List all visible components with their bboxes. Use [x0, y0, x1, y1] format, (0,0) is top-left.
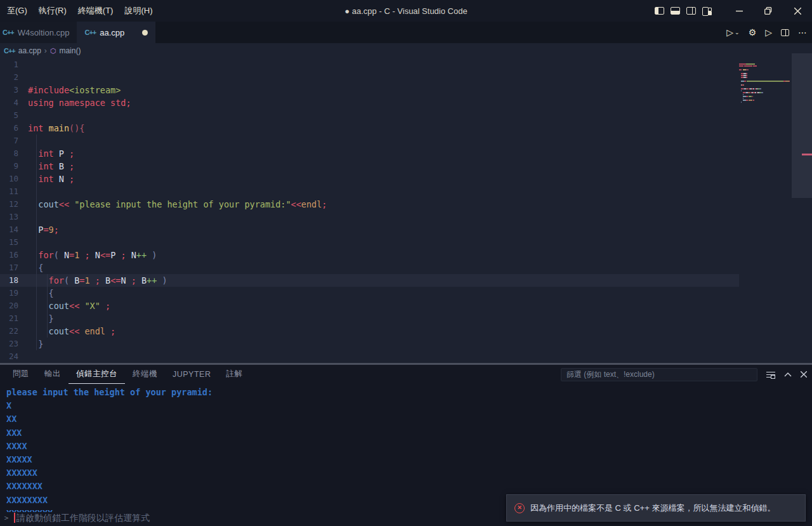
- line-number[interactable]: 3: [0, 84, 28, 96]
- toggle-secondary-sidebar-icon[interactable]: [686, 7, 696, 15]
- panel-tab-問題[interactable]: 問題: [5, 365, 37, 384]
- code-line[interactable]: 20 cout<< "X" ;: [0, 299, 739, 312]
- error-circle-icon: ✕: [514, 503, 525, 513]
- line-number[interactable]: 24: [0, 350, 28, 363]
- line-number[interactable]: 14: [0, 223, 28, 236]
- toggle-panel-icon[interactable]: [671, 7, 680, 15]
- modified-dot-icon[interactable]: [142, 30, 148, 36]
- code-line[interactable]: 9 int B ;: [0, 160, 739, 173]
- breadcrumb[interactable]: C++ aa.cpp › ⬡ main(): [0, 43, 812, 58]
- tab-aa-cpp[interactable]: C++ aa.cpp: [77, 22, 155, 43]
- menu-bar: 至(G)執行(R)終端機(T)說明(H): [1, 0, 158, 22]
- menu-說明(H)[interactable]: 說明(H): [119, 0, 158, 22]
- console-options-icon[interactable]: [766, 371, 775, 378]
- console-line: XXXXX: [6, 453, 812, 466]
- code-line[interactable]: 12 cout<< "please input the height of yo…: [0, 198, 739, 211]
- code-line[interactable]: 13: [0, 211, 739, 223]
- menu-執行(R)[interactable]: 執行(R): [33, 0, 72, 22]
- code-line[interactable]: 22 cout<< endl ;: [0, 325, 739, 338]
- panel-tab-註解[interactable]: 註解: [218, 365, 250, 384]
- line-number[interactable]: 9: [0, 160, 28, 173]
- code-line[interactable]: 15: [0, 236, 739, 249]
- line-number[interactable]: 4: [0, 96, 28, 109]
- line-number[interactable]: 20: [0, 299, 28, 312]
- code-line[interactable]: 1: [0, 58, 739, 71]
- code-line[interactable]: 8 int P ;: [0, 147, 739, 160]
- code-line[interactable]: 18 for( B=1 ; B<=N ; B++ ): [0, 274, 739, 287]
- panel-tab-偵錯主控台[interactable]: 偵錯主控台: [69, 365, 125, 384]
- restore-button[interactable]: [754, 0, 783, 22]
- maximize-panel-icon[interactable]: [784, 372, 792, 377]
- console-filter-box: [561, 368, 757, 381]
- line-number[interactable]: 8: [0, 147, 28, 160]
- console-filter-input[interactable]: [561, 369, 757, 381]
- code-line[interactable]: 11: [0, 185, 739, 198]
- code-area[interactable]: 123#include<iostream>4using namespace st…: [0, 58, 739, 363]
- customize-layout-icon[interactable]: [702, 7, 712, 15]
- code-line[interactable]: 6int main(){: [0, 122, 739, 135]
- toggle-sidebar-icon[interactable]: [655, 7, 664, 15]
- line-number[interactable]: 22: [0, 325, 28, 338]
- line-number[interactable]: 23: [0, 338, 28, 350]
- line-number[interactable]: 2: [0, 71, 28, 84]
- editor-scrollbar[interactable]: [792, 53, 812, 198]
- code-line[interactable]: 4using namespace std;: [0, 96, 739, 109]
- settings-gear-icon[interactable]: ⚙: [749, 28, 757, 37]
- console-line: XXXXXX: [6, 466, 812, 480]
- line-number[interactable]: 1: [0, 58, 28, 71]
- line-number[interactable]: 15: [0, 236, 28, 249]
- close-window-icon[interactable]: [783, 0, 812, 22]
- line-number[interactable]: 6: [0, 122, 28, 135]
- line-number[interactable]: 7: [0, 135, 28, 147]
- code-line[interactable]: 2: [0, 71, 739, 84]
- code-line[interactable]: 7: [0, 135, 739, 147]
- line-number[interactable]: 5: [0, 109, 28, 122]
- code-line[interactable]: 5: [0, 109, 739, 122]
- breadcrumb-file[interactable]: aa.cpp: [18, 46, 41, 55]
- close-panel-icon[interactable]: [801, 371, 807, 378]
- code-line[interactable]: 19 {: [0, 287, 739, 299]
- line-number[interactable]: 19: [0, 287, 28, 299]
- minimap[interactable]: [739, 60, 790, 105]
- minimize-button[interactable]: [724, 0, 754, 22]
- panel-tab-輸出[interactable]: 輸出: [37, 365, 69, 384]
- code-line[interactable]: 3#include<iostream>: [0, 84, 739, 96]
- line-number[interactable]: 16: [0, 249, 28, 261]
- error-notification-toast[interactable]: ✕ 因為作用中的檔案不是 C 或 C++ 來源檔案，所以無法建立和偵錯。: [506, 494, 806, 522]
- line-number[interactable]: 21: [0, 312, 28, 325]
- editor-tab-bar: C++ W4soltion.cpp C++ aa.cpp ▷⌄ ⚙ ▷ ⋯: [0, 22, 812, 43]
- code-line[interactable]: 23 }: [0, 338, 739, 350]
- input-caret: [14, 513, 15, 523]
- run-code-dropdown-icon[interactable]: ▷⌄: [726, 28, 739, 37]
- code-line-text: int B ;: [28, 160, 739, 173]
- code-line[interactable]: 24: [0, 350, 739, 363]
- menu-終端機(T)[interactable]: 終端機(T): [72, 0, 119, 22]
- tab-w4soltion[interactable]: C++ W4soltion.cpp: [0, 22, 77, 43]
- indent-guide: [36, 135, 37, 350]
- code-line[interactable]: 21 }: [0, 312, 739, 325]
- more-actions-icon[interactable]: ⋯: [798, 28, 807, 37]
- cpp-file-icon: C++: [84, 29, 96, 36]
- line-number[interactable]: 10: [0, 173, 28, 185]
- split-editor-icon[interactable]: [781, 29, 789, 36]
- code-line[interactable]: 10 int N ;: [0, 173, 739, 185]
- line-number[interactable]: 12: [0, 198, 28, 211]
- breadcrumb-symbol[interactable]: main(): [59, 46, 81, 55]
- line-number[interactable]: 11: [0, 185, 28, 198]
- panel-tab-終端機[interactable]: 終端機: [125, 365, 165, 384]
- code-line-text: {: [28, 261, 739, 274]
- line-number[interactable]: 13: [0, 211, 28, 223]
- debug-input-placeholder: 請啟動偵錯工作階段以評估運算式: [16, 512, 150, 523]
- code-line-text: int N ;: [28, 173, 739, 185]
- code-line[interactable]: 14 P=9;: [0, 223, 739, 236]
- console-line: XXX: [6, 426, 812, 440]
- menu-至(G)[interactable]: 至(G): [1, 0, 33, 22]
- code-line[interactable]: 17 {: [0, 261, 739, 274]
- code-line-text: int main(){: [28, 122, 739, 135]
- code-line[interactable]: 16 for( N=1 ; N<=P ; N++ ): [0, 249, 739, 261]
- run-debug-icon[interactable]: ▷: [765, 28, 772, 37]
- line-number[interactable]: 17: [0, 261, 28, 274]
- code-line-text: [28, 58, 739, 71]
- panel-tab-JUPYTER[interactable]: JUPYTER: [165, 365, 218, 384]
- line-number[interactable]: 18: [0, 274, 28, 287]
